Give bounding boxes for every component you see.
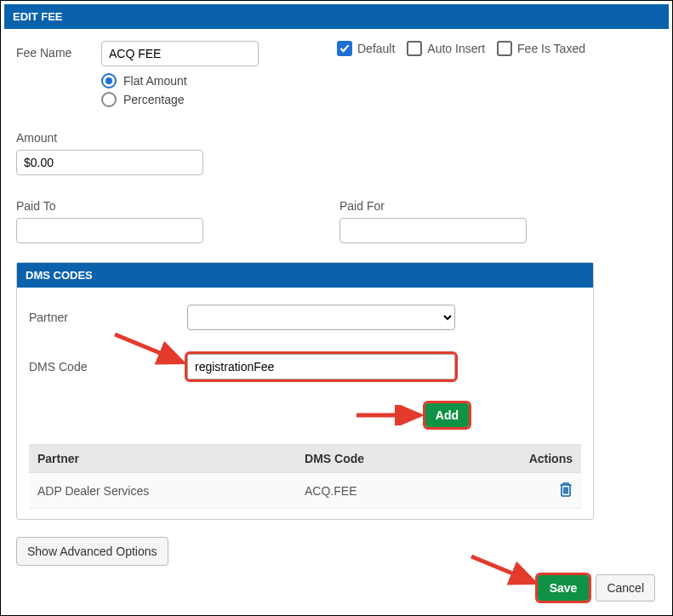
show-advanced-options-button[interactable]: Show Advanced Options (16, 537, 168, 566)
edit-fee-dialog: EDIT FEE Fee Name Default Auto Insert (0, 0, 673, 616)
dialog-body: Fee Name Default Auto Insert (4, 29, 669, 578)
percentage-label: Percentage (123, 93, 185, 106)
cell-code: ACQ.FEE (296, 473, 455, 509)
paid-to-input[interactable] (16, 218, 203, 243)
partner-select[interactable] (187, 305, 455, 330)
col-partner: Partner (29, 445, 296, 473)
fee-options: Default Auto Insert Fee Is Taxed (337, 41, 585, 56)
dms-codes-title: DMS CODES (17, 263, 593, 288)
add-button[interactable]: Add (425, 403, 469, 427)
cell-partner: ADP Dealer Services (29, 473, 296, 509)
auto-insert-checkbox[interactable]: Auto Insert (407, 41, 485, 56)
amount-input[interactable] (16, 150, 203, 175)
fee-name-label: Fee Name (16, 41, 101, 60)
paid-for-input[interactable] (339, 218, 527, 243)
col-actions: Actions (455, 445, 581, 473)
paid-to-label: Paid To (16, 199, 203, 213)
trash-icon[interactable] (559, 486, 573, 499)
radio-icon (101, 92, 117, 107)
partner-label: Partner (29, 311, 187, 324)
fee-taxed-label: Fee Is Taxed (517, 42, 585, 55)
checkbox-checked-icon (337, 41, 352, 56)
flat-amount-label: Flat Amount (123, 74, 187, 88)
dialog-title: EDIT FEE (4, 4, 669, 29)
radio-selected-icon (101, 73, 117, 88)
flat-amount-radio[interactable]: Flat Amount (101, 73, 657, 88)
table-row: ADP Dealer Services ACQ.FEE (29, 473, 581, 509)
fee-name-row: Fee Name Default Auto Insert (16, 41, 657, 66)
dms-codes-panel: DMS CODES Partner DMS Code (16, 262, 594, 520)
default-label: Default (357, 42, 395, 55)
default-checkbox[interactable]: Default (337, 41, 395, 56)
col-dms-code: DMS Code (296, 445, 455, 473)
amount-label: Amount (16, 131, 657, 145)
checkbox-icon (407, 41, 422, 56)
fee-type-radios: Flat Amount Percentage (101, 73, 657, 107)
dms-code-label: DMS Code (29, 360, 187, 374)
fee-taxed-checkbox[interactable]: Fee Is Taxed (497, 41, 585, 56)
paid-for-label: Paid For (339, 199, 527, 213)
auto-insert-label: Auto Insert (427, 42, 485, 55)
dms-code-input[interactable] (187, 354, 455, 379)
checkbox-icon (497, 41, 512, 56)
save-button[interactable]: Save (538, 575, 590, 601)
percentage-radio[interactable]: Percentage (101, 92, 657, 107)
cancel-button[interactable]: Cancel (596, 574, 655, 602)
annotation-arrow-icon (352, 405, 429, 425)
dialog-footer: Save Cancel (538, 574, 655, 602)
dms-codes-table: Partner DMS Code Actions ADP Dealer Serv… (29, 444, 581, 509)
fee-name-input[interactable] (101, 41, 259, 66)
